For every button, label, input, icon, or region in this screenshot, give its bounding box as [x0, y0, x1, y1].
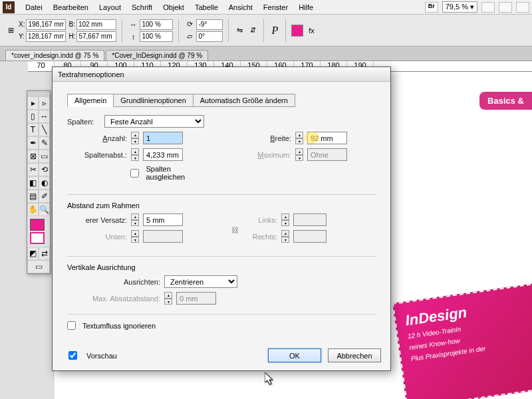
document-tabs: *cover_indesign.indd @ 75 % *Cover_InDes…	[0, 47, 532, 61]
menu-objekt[interactable]: Objekt	[158, 3, 190, 11]
breite-spinner[interactable]: ▴▾	[295, 132, 303, 144]
cancel-button[interactable]: Abbrechen	[328, 348, 381, 362]
menu-bar: Id Datei Bearbeiten Layout Schrift Objek…	[0, 0, 532, 15]
maxabs-label: Max. Absatzabstand:	[67, 295, 160, 303]
links-label: Links:	[244, 216, 277, 224]
stroke-color[interactable]	[30, 232, 45, 244]
tab-allgemein[interactable]: Allgemein	[67, 94, 114, 107]
gradient-tool[interactable]: ◧	[27, 176, 39, 190]
rechts-label: Rechts:	[244, 233, 277, 241]
direct-select-tool[interactable]: ▹	[39, 96, 50, 110]
selected-frame[interactable]: InDesign 12 h Video-Trainin reines Know-…	[392, 283, 532, 399]
frame-tool[interactable]: ⊠	[27, 150, 39, 163]
scissors-tool[interactable]: ✂	[27, 163, 39, 176]
view-icon[interactable]	[481, 2, 495, 13]
line-tool[interactable]: ╲	[39, 123, 50, 136]
ausgleich-label: Spalten ausgleichen	[146, 165, 211, 181]
breite-field[interactable]	[307, 132, 347, 144]
versatz-field[interactable]	[143, 213, 183, 226]
rechts-spinner[interactable]: ▴▾	[281, 230, 289, 243]
ausrichten-select[interactable]: Zentrieren	[164, 275, 237, 288]
max-spinner[interactable]: ▴▾	[295, 148, 303, 161]
basics-tab: Basics &	[479, 92, 532, 110]
menu-layout[interactable]: Layout	[94, 3, 126, 11]
shear-field[interactable]	[196, 31, 223, 42]
links-spinner[interactable]: ▴▾	[281, 213, 289, 226]
transform-tool[interactable]: ⟲	[39, 163, 50, 176]
tab-grundlinien[interactable]: Grundlinienoptionen	[113, 94, 193, 107]
feather-tool[interactable]: ◐	[39, 176, 50, 190]
vert-head: Vertikale Ausrichtung	[67, 263, 376, 271]
type-tool[interactable]: T	[27, 123, 39, 136]
note-tool[interactable]: ▤	[27, 190, 39, 203]
rotate-field[interactable]	[196, 19, 223, 30]
menu-hilfe[interactable]: Hilfe	[293, 3, 319, 11]
anzahl-spinner[interactable]: ▴▾	[131, 132, 139, 144]
scaley-icon: ↕	[128, 31, 138, 42]
menu-fenster[interactable]: Fenster	[258, 3, 293, 11]
anzahl-field[interactable]	[143, 132, 183, 144]
pencil-tool[interactable]: ✎	[39, 136, 50, 150]
ref-point-icon[interactable]: ⊞	[5, 25, 16, 36]
abst-spinner[interactable]: ▴▾	[131, 148, 139, 161]
tab-autogroesse[interactable]: Automatisch Größe ändern	[193, 94, 295, 107]
eyedropper-tool[interactable]: ✐	[39, 190, 50, 203]
arrange-icon[interactable]	[516, 2, 529, 13]
unten-spinner[interactable]: ▴▾	[131, 230, 139, 243]
text-frame-options-dialog: Textrahmenoptionen Allgemein Grundlinien…	[52, 66, 391, 371]
pen-tool[interactable]: ✒	[27, 136, 39, 150]
maxabs-spinner[interactable]: ▴▾	[164, 292, 172, 305]
breite-label: Breite:	[231, 134, 291, 142]
swap-colors[interactable]: ⇄	[39, 247, 50, 260]
spaltenabst-label: Spaltenabst.:	[67, 151, 127, 159]
ok-button[interactable]: OK	[268, 348, 321, 362]
default-colors[interactable]: ◩	[27, 247, 39, 260]
screen-icon[interactable]	[499, 2, 512, 13]
menu-schrift[interactable]: Schrift	[126, 3, 158, 11]
versatz-spinner[interactable]: ▴▾	[131, 213, 139, 226]
w-field[interactable]	[76, 19, 116, 30]
textumfluss-label: Textumfluss ignorieren	[82, 322, 156, 330]
vorschau-label: Vorschau	[86, 352, 117, 360]
textumfluss-checkbox[interactable]	[67, 321, 76, 330]
menu-datei[interactable]: Datei	[20, 3, 48, 11]
y-field[interactable]	[26, 31, 66, 42]
fill-swatch[interactable]	[291, 25, 303, 37]
gap-tool[interactable]: ↔	[39, 110, 50, 123]
zoom-select[interactable]: 79,5 % ▾	[442, 1, 477, 13]
flip-h-icon[interactable]: ⇋	[234, 25, 245, 36]
dialog-tabs: Allgemein Grundlinienoptionen Automatisc…	[67, 94, 376, 107]
scalex-icon: ↔	[128, 19, 138, 30]
toolbox: ▸▹ ▯↔ T╲ ✒✎ ⊠▭ ✂⟲ ◧◐ ▤✐ ✋🔍 ◩⇄ ▭	[27, 90, 51, 274]
rect-tool[interactable]: ▭	[39, 150, 50, 163]
unten-label: Unten:	[67, 233, 127, 241]
fill-color[interactable]	[30, 219, 45, 231]
bridge-button[interactable]: Br	[425, 2, 438, 13]
type-tool-icon[interactable]: P	[269, 25, 280, 36]
menu-bearbeiten[interactable]: Bearbeiten	[48, 3, 94, 11]
zoom-tool[interactable]: 🔍	[39, 203, 50, 216]
spalten-mode-select[interactable]: Feste Anzahl	[104, 115, 204, 128]
versatz-label: erer Versatz:	[67, 216, 127, 224]
flip-v-icon[interactable]: ⇵	[247, 25, 258, 36]
x-field[interactable]	[26, 19, 66, 30]
selection-tool[interactable]: ▸	[27, 96, 39, 110]
ausgleich-checkbox[interactable]	[130, 169, 139, 178]
tab-cover1[interactable]: *cover_indesign.indd @ 75 %	[5, 50, 104, 61]
page-tool[interactable]: ▯	[27, 110, 39, 123]
screen-mode[interactable]: ▭	[27, 260, 50, 273]
tab-cover2[interactable]: *Cover_InDesign.indd @ 79 %	[106, 50, 208, 61]
links-field	[293, 213, 327, 226]
hand-tool[interactable]: ✋	[27, 203, 39, 216]
rotate-icon: ⟳	[184, 19, 195, 30]
link-icon[interactable]: ⛓	[231, 226, 239, 234]
scaley-field[interactable]	[140, 31, 173, 42]
vorschau-checkbox[interactable]	[68, 351, 77, 360]
spaltenabst-field[interactable]	[143, 148, 183, 161]
scalex-field[interactable]	[140, 19, 173, 30]
menu-tabelle[interactable]: Tabelle	[190, 3, 223, 11]
anzahl-label: Anzahl:	[67, 134, 127, 142]
menu-ansicht[interactable]: Ansicht	[223, 3, 258, 11]
h-field[interactable]	[76, 31, 116, 42]
effects-icon[interactable]: fx	[306, 25, 317, 36]
